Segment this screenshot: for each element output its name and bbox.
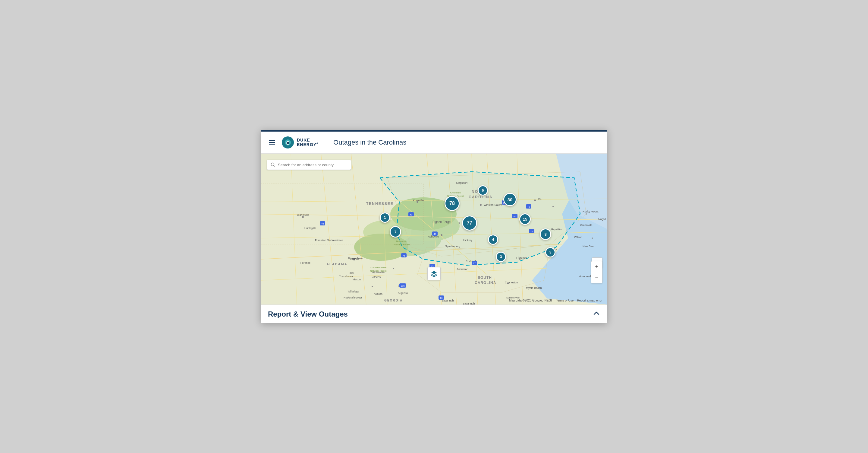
outage-marker-1[interactable]: 1 [380,213,390,223]
svg-text:75: 75 [403,254,405,257]
menu-button[interactable] [268,139,276,146]
layers-button[interactable] [427,267,441,280]
svg-text:Auburn: Auburn [374,292,382,295]
svg-text:40: 40 [527,205,530,208]
svg-text:Winston-Salem: Winston-Salem [484,203,502,206]
svg-text:40: 40 [434,233,436,235]
svg-text:40: 40 [410,214,412,216]
svg-text:Rocky Mount: Rocky Mount [583,210,598,213]
svg-point-43 [592,237,593,239]
svg-text:Greenville: Greenville [580,224,592,227]
svg-point-35 [441,234,442,236]
svg-text:Fayettev.: Fayettev. [551,228,562,231]
svg-point-36 [459,222,460,224]
svg-text:285: 285 [350,272,354,274]
map-background: Clarksville Huntsville Birmingham Tuscal… [261,153,607,305]
svg-text:Anderson: Anderson [457,268,468,271]
svg-text:Nags Head: Nags Head [598,218,607,221]
terms-of-use-link[interactable]: Terms of Use [556,299,574,302]
outage-marker-3a[interactable]: 3 [545,247,555,257]
svg-text:Myrtle Beach: Myrtle Beach [526,286,542,289]
report-map-error-link[interactable]: Report a map error [577,299,602,302]
zoom-out-button[interactable]: − [591,272,602,283]
svg-text:Knoxville: Knoxville [413,199,424,202]
svg-text:Clarksville: Clarksville [297,214,309,217]
svg-text:Chattahoochee: Chattahoochee [370,266,387,269]
outage-marker-6[interactable]: 6 [478,185,488,196]
zoom-in-button[interactable]: + [591,261,602,272]
layers-icon [431,271,437,277]
outage-marker-78[interactable]: 78 [444,196,460,211]
svg-text:Florence: Florence [516,256,527,259]
svg-text:40: 40 [321,222,324,225]
logo-area: DUKE ENERGY® [281,136,318,149]
svg-point-40 [553,206,554,207]
chevron-up-icon [593,310,600,317]
svg-marker-139 [431,271,437,274]
svg-text:Du.: Du. [538,197,542,200]
svg-text:CAROLINA: CAROLINA [469,195,493,199]
svg-text:Nantahala: Nantahala [396,240,407,243]
outage-marker-15[interactable]: 15 [519,214,531,225]
svg-point-42 [586,214,587,215]
footer-bar: Report & View Outages [261,305,607,323]
search-input[interactable] [278,163,347,167]
svg-text:74: 74 [530,230,533,233]
svg-point-48 [372,286,373,287]
svg-text:Cherokee: Cherokee [450,191,461,194]
page-title: Outages in the Carolinas [333,139,406,146]
browser-window: DUKE ENERGY® Outages in the Carolinas [261,130,607,323]
outage-marker-8[interactable]: 8 [540,228,551,240]
svg-text:Franklino Murfreesboro: Franklino Murfreesboro [315,239,343,242]
svg-text:Macon: Macon [352,278,361,281]
svg-text:Huntsville: Huntsville [304,227,316,230]
duke-energy-logo-icon [281,136,294,149]
svg-text:Wilson: Wilson [574,236,582,239]
map-container[interactable]: Clarksville Huntsville Birmingham Tuscal… [261,153,607,305]
zoom-controls: + − [591,261,602,283]
app-header: DUKE ENERGY® Outages in the Carolinas [261,132,607,153]
svg-text:Pigeon Forge: Pigeon Forge [433,220,451,224]
svg-text:85: 85 [514,215,516,218]
search-icon [271,162,276,167]
svg-text:SOUTH: SOUTH [478,276,492,280]
outage-marker-3b[interactable]: 3 [496,252,506,262]
outage-marker-77[interactable]: 77 [462,216,477,231]
svg-point-37 [480,204,482,206]
svg-text:77: 77 [473,262,476,265]
outage-marker-30[interactable]: 30 [503,193,517,206]
svg-text:TENNESSEE: TENNESSEE [366,202,394,206]
svg-text:National Forest: National Forest [344,296,362,299]
map-attribution: Map data ©2020 Google, INEGI | Terms of … [509,299,602,302]
svg-text:Athens: Athens [372,276,381,279]
outage-marker-7[interactable]: 7 [390,226,401,237]
svg-text:Talladega: Talladega [347,290,359,293]
svg-text:16: 16 [440,297,443,300]
outage-marker-4[interactable]: 4 [488,234,498,245]
collapse-button[interactable] [593,310,600,318]
svg-text:Kingsport: Kingsport [456,181,468,185]
svg-text:Florence: Florence [300,261,310,264]
svg-text:Spartanburg: Spartanburg [445,245,460,248]
svg-text:Charleston: Charleston [505,281,518,284]
svg-text:National Forest: National Forest [394,243,410,246]
svg-text:Augusta: Augusta [398,291,408,294]
header-divider [326,137,326,148]
svg-text:Hickory: Hickory [463,239,472,242]
logo-energy: ENERGY® [297,142,318,147]
svg-text:CAROLINA: CAROLINA [475,281,496,285]
logo-duke: DUKE [297,138,318,142]
svg-text:New Bern: New Bern [583,245,595,248]
svg-text:Savannah: Savannah [463,302,475,305]
svg-text:GEORGIA: GEORGIA [384,299,403,302]
report-view-outages-title: Report & View Outages [268,310,348,318]
svg-text:Tuscaloosa: Tuscaloosa [339,275,353,278]
svg-point-1 [287,142,289,144]
svg-text:185: 185 [401,285,405,287]
svg-point-39 [534,199,536,201]
search-bar[interactable] [267,160,351,170]
svg-point-47 [393,268,394,269]
svg-text:Atlanta: Atlanta [350,257,359,260]
logo-text: DUKE ENERGY® [297,138,318,147]
svg-line-132 [274,166,275,167]
